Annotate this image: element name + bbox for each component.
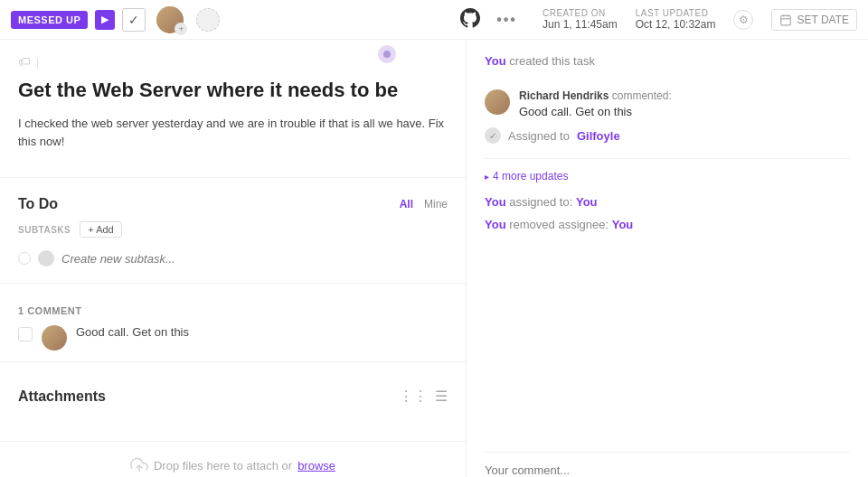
created-on-label: CREATED ON	[542, 8, 618, 18]
comment-bubble: Richard Hendriks commented: Good call. G…	[485, 89, 850, 118]
browse-link[interactable]: browse	[297, 459, 335, 472]
drop-zone: Drop files here to attach or browse	[0, 441, 466, 477]
you-target-label: You	[576, 195, 598, 209]
comments-section: 1 COMMENT Good call. Get on this	[0, 295, 466, 351]
drop-text: Drop files here to attach or	[154, 459, 292, 472]
comment-checkbox[interactable]	[18, 327, 33, 341]
created-on-meta: CREATED ON Jun 1, 11:45am	[542, 8, 618, 31]
left-panel: 🏷 | Get the Web Server where it needs to…	[0, 40, 467, 477]
commenter-avatar	[485, 89, 510, 115]
assigned-row: ✓ Assigned to Gilfoyle	[485, 127, 850, 144]
assigned-name: Gilfoyle	[577, 129, 620, 143]
advance-status-button[interactable]: ▶	[95, 10, 115, 30]
assigned-action: assigned to:	[509, 195, 576, 209]
todo-title: To Do	[18, 196, 58, 212]
you-assigned-label: You	[485, 195, 506, 209]
comment-text: Good call. Get on this	[76, 325, 189, 339]
comment-count-label: 1 COMMENT	[18, 305, 448, 316]
commenter-name: Richard Hendriks commented:	[519, 89, 672, 102]
comment-input-bar	[485, 452, 850, 477]
comment-row: Good call. Get on this	[18, 325, 448, 351]
assignee-avatar-wrapper: +	[156, 6, 184, 33]
removed-action: removed assignee:	[509, 218, 611, 231]
activity-created: You created this task	[485, 54, 850, 77]
todo-section: To Do All Mine SUBTASKS + Add	[0, 189, 466, 272]
add-assignee-button[interactable]: +	[175, 23, 187, 35]
comment-bubble-body: Richard Hendriks commented: Good call. G…	[519, 89, 672, 118]
filter-mine-button[interactable]: Mine	[424, 198, 448, 210]
meta-section: CREATED ON Jun 1, 11:45am LAST UPDATED O…	[542, 8, 857, 31]
attachments-title: Attachments	[18, 388, 106, 405]
upload-icon	[130, 456, 148, 474]
right-panel: You created this task Richard Hendriks c…	[467, 40, 868, 477]
attachments-section: Attachments ⋮⋮ ☰	[0, 373, 466, 405]
complete-button[interactable]: ✓	[122, 8, 146, 32]
commenter-action: commented:	[612, 89, 672, 102]
tag-icon: 🏷	[18, 54, 31, 69]
activity-assigned: You assigned to: You	[485, 195, 850, 209]
last-updated-meta: LAST UPDATED Oct 12, 10:32am	[636, 8, 716, 31]
more-updates-button[interactable]: ▸ 4 more updates	[485, 170, 850, 182]
you-removed-label: You	[485, 218, 506, 231]
you-label: You	[485, 54, 506, 68]
activity-removed: You removed assignee: You	[485, 218, 850, 231]
more-options-button[interactable]: •••	[496, 12, 517, 28]
github-icon[interactable]	[460, 8, 480, 31]
status-badge: MESSED UP	[11, 11, 88, 29]
more-updates-text: 4 more updates	[493, 170, 568, 182]
you-removed-target: You	[612, 218, 634, 231]
subtask-input[interactable]	[61, 252, 448, 266]
placeholder-avatar[interactable]	[196, 8, 220, 32]
svg-rect-0	[781, 15, 791, 24]
last-updated-value: Oct 12, 10:32am	[636, 18, 716, 31]
set-date-button[interactable]: SET DATE	[771, 9, 857, 31]
grid-view-icon[interactable]: ⋮⋮	[399, 388, 428, 405]
settings-icon[interactable]: ⚙	[733, 10, 753, 30]
comment-avatar	[42, 325, 67, 351]
main-layout: 🏷 | Get the Web Server where it needs to…	[0, 40, 868, 477]
task-header-area: 🏷 | Get the Web Server where it needs to…	[0, 40, 466, 166]
subtask-input-row	[18, 245, 448, 272]
last-updated-label: LAST UPDATED	[636, 8, 716, 18]
task-title[interactable]: Get the Web Server where it needs to be	[18, 78, 448, 104]
assigned-check-icon: ✓	[485, 127, 501, 144]
view-icons: ⋮⋮ ☰	[399, 388, 448, 405]
comment-input[interactable]	[485, 463, 850, 477]
top-bar: MESSED UP ▶ ✓ + ••• CREATED ON Jun 1, 11…	[0, 0, 868, 40]
subtask-checkbox	[18, 252, 31, 265]
filter-all-button[interactable]: All	[400, 198, 413, 210]
created-task-text: created this task	[509, 54, 595, 68]
add-subtask-button[interactable]: + Add	[80, 221, 121, 238]
cursor-indicator	[378, 45, 396, 63]
set-date-label: SET DATE	[797, 14, 849, 26]
tag-separator: |	[36, 55, 39, 69]
subtasks-row: SUBTASKS + Add	[18, 221, 448, 238]
attachments-header: Attachments ⋮⋮ ☰	[18, 388, 448, 405]
task-description: I checked the web server yesterday and w…	[18, 115, 448, 153]
subtasks-label: SUBTASKS	[18, 225, 71, 235]
assigned-to-label: Assigned to	[508, 129, 570, 143]
comment-bubble-text: Good call. Get on this	[519, 105, 672, 118]
list-view-icon[interactable]: ☰	[435, 388, 448, 405]
created-on-value: Jun 1, 11:45am	[542, 18, 618, 31]
todo-header: To Do All Mine	[18, 196, 448, 212]
chevron-right-icon: ▸	[485, 172, 489, 182]
todo-filter: All Mine	[400, 198, 448, 210]
activity-created-text: You created this task	[485, 54, 850, 68]
subtask-avatar	[38, 250, 54, 267]
